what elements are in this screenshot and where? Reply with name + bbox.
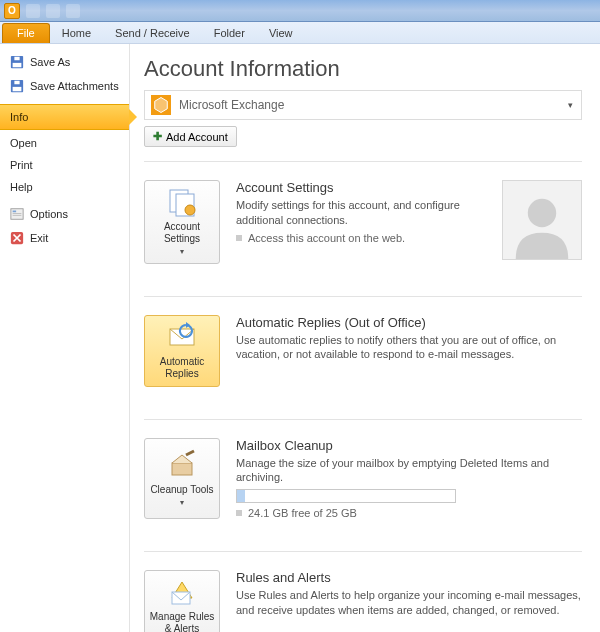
account-name: Microsoft Exchange xyxy=(179,98,284,112)
cleanup-icon xyxy=(166,450,198,480)
attachment-icon xyxy=(10,79,24,93)
section-automatic-replies: Automatic Replies Automatic Replies (Out… xyxy=(144,296,582,405)
dropdown-caret-icon: ▾ xyxy=(180,247,184,257)
backstage-sidebar: Save As Save Attachments Info Open Print… xyxy=(0,44,130,632)
sidebar-options[interactable]: Options xyxy=(0,202,129,226)
button-label: Manage Rules & Alerts xyxy=(149,611,215,632)
button-label: Cleanup Tools xyxy=(150,484,213,496)
avatar xyxy=(502,180,582,260)
svg-rect-7 xyxy=(13,211,17,213)
svg-rect-8 xyxy=(13,213,22,214)
account-settings-icon xyxy=(166,187,198,217)
account-selector[interactable]: Microsoft Exchange ▾ xyxy=(144,90,582,120)
quota-text: 24.1 GB free of 25 GB xyxy=(248,507,357,519)
plus-icon: ✚ xyxy=(153,130,162,143)
rules-alerts-icon xyxy=(166,577,198,607)
account-settings-button[interactable]: Account Settings ▾ xyxy=(144,180,220,264)
dropdown-caret-icon: ▾ xyxy=(180,498,184,508)
cleanup-tools-button[interactable]: Cleanup Tools ▾ xyxy=(144,438,220,520)
svg-point-15 xyxy=(528,199,556,227)
tab-home[interactable]: Home xyxy=(50,24,103,43)
content-area: Account Information Microsoft Exchange ▾… xyxy=(130,44,600,632)
sidebar-item-label: Options xyxy=(30,208,68,220)
section-rules-alerts: Manage Rules & Alerts Rules and Alerts U… xyxy=(144,551,582,632)
titlebar: O xyxy=(0,0,600,22)
section-account-settings: Account Settings ▾ Account Settings Modi… xyxy=(144,161,582,282)
add-account-button[interactable]: ✚ Add Account xyxy=(144,126,237,147)
qat-item[interactable] xyxy=(26,4,40,18)
section-title: Automatic Replies (Out of Office) xyxy=(236,315,582,330)
automatic-replies-icon xyxy=(166,322,198,352)
sidebar-item-label: Save Attachments xyxy=(30,80,119,92)
chevron-down-icon: ▾ xyxy=(568,100,573,110)
section-title: Account Settings xyxy=(236,180,478,195)
save-icon xyxy=(10,55,24,69)
section-mailbox-cleanup: Cleanup Tools ▾ Mailbox Cleanup Manage t… xyxy=(144,419,582,538)
sidebar-item-label: Help xyxy=(10,181,33,193)
svg-rect-17 xyxy=(172,463,192,475)
section-title: Mailbox Cleanup xyxy=(236,438,582,453)
automatic-replies-button[interactable]: Automatic Replies xyxy=(144,315,220,387)
svg-rect-5 xyxy=(14,81,19,85)
options-icon xyxy=(10,207,24,221)
ribbon-tabs: File Home Send / Receive Folder View xyxy=(0,22,600,44)
section-title: Rules and Alerts xyxy=(236,570,582,585)
tab-send-receive[interactable]: Send / Receive xyxy=(103,24,202,43)
button-label: Account Settings xyxy=(149,221,215,245)
svg-point-14 xyxy=(185,205,195,215)
section-subitem[interactable]: Access this account on the web. xyxy=(236,232,478,244)
tab-view[interactable]: View xyxy=(257,24,305,43)
tab-file[interactable]: File xyxy=(2,23,50,43)
qat-item[interactable] xyxy=(46,4,60,18)
qat-item[interactable] xyxy=(66,4,80,18)
section-desc: Use automatic replies to notify others t… xyxy=(236,333,582,363)
exit-icon xyxy=(10,231,24,245)
quota-text-row: 24.1 GB free of 25 GB xyxy=(236,507,582,519)
sidebar-item-label: Print xyxy=(10,159,33,171)
bullet-icon xyxy=(236,510,242,516)
section-desc: Manage the size of your mailbox by empty… xyxy=(236,456,582,486)
svg-rect-1 xyxy=(13,63,22,67)
button-label: Add Account xyxy=(166,131,228,143)
exchange-icon xyxy=(151,95,171,115)
sidebar-info[interactable]: Info xyxy=(0,104,129,130)
svg-rect-4 xyxy=(13,87,22,91)
sidebar-item-label: Info xyxy=(10,111,28,123)
tab-folder[interactable]: Folder xyxy=(202,24,257,43)
section-desc: Use Rules and Alerts to help organize yo… xyxy=(236,588,582,618)
sidebar-item-label: Open xyxy=(10,137,37,149)
subitem-label: Access this account on the web. xyxy=(248,232,405,244)
sidebar-item-label: Save As xyxy=(30,56,70,68)
app-icon[interactable]: O xyxy=(4,3,20,19)
sidebar-item-label: Exit xyxy=(30,232,48,244)
sidebar-exit[interactable]: Exit xyxy=(0,226,129,250)
sidebar-save-as[interactable]: Save As xyxy=(0,50,129,74)
svg-rect-2 xyxy=(14,57,19,61)
sidebar-open[interactable]: Open xyxy=(0,132,129,154)
sidebar-print[interactable]: Print xyxy=(0,154,129,176)
bullet-icon xyxy=(236,235,242,241)
mailbox-quota-bar xyxy=(236,489,456,503)
svg-rect-9 xyxy=(13,215,22,216)
quota-fill xyxy=(237,490,245,502)
sidebar-save-attachments[interactable]: Save Attachments xyxy=(0,74,129,98)
manage-rules-alerts-button[interactable]: Manage Rules & Alerts xyxy=(144,570,220,632)
page-title: Account Information xyxy=(144,56,582,82)
button-label: Automatic Replies xyxy=(149,356,215,380)
section-desc: Modify settings for this account, and co… xyxy=(236,198,478,228)
sidebar-help[interactable]: Help xyxy=(0,176,129,198)
quick-access-toolbar xyxy=(26,4,80,18)
